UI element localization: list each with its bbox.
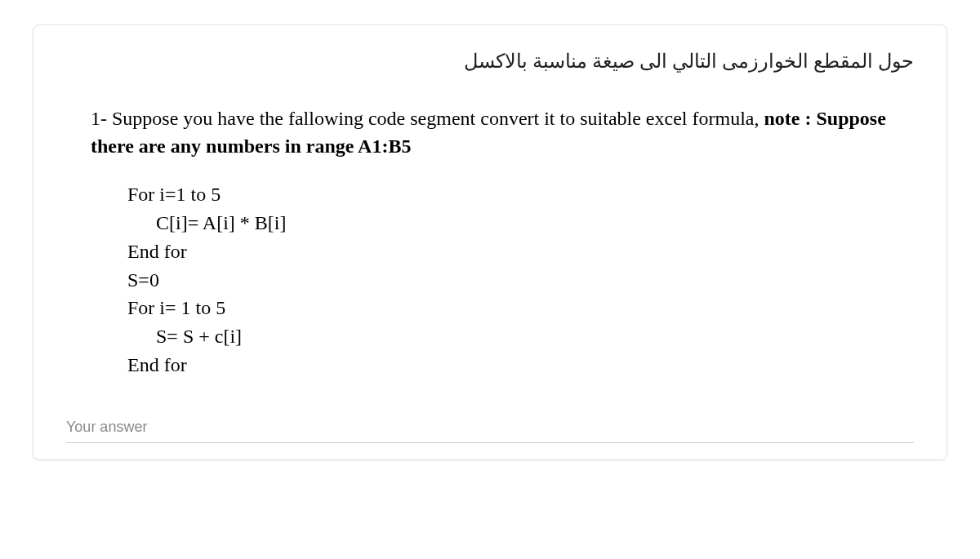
code-line-7: End for [127,351,914,379]
code-line-6: S= S + c[i] [127,322,914,351]
code-line-3: End for [127,237,914,266]
question-number: 1- [91,108,107,129]
code-line-2: C[i]= A[i] * B[i] [127,209,914,237]
code-line-5: For i= 1 to 5 [127,294,914,322]
question-text-block: 1- Suppose you have the fallowing code s… [66,105,914,160]
answer-input[interactable] [66,412,914,443]
question-card: حول المقطع الخوارزمى التالي الى صيغة منا… [33,24,947,460]
question-body-part1: Suppose you have the fallowing code segm… [112,108,764,129]
arabic-instruction: حول المقطع الخوارزمى التالي الى صيغة منا… [66,50,914,73]
code-segment: For i=1 to 5 C[i]= A[i] * B[i] End for S… [66,180,914,379]
code-line-1: For i=1 to 5 [127,180,914,209]
code-line-4: S=0 [127,266,914,295]
